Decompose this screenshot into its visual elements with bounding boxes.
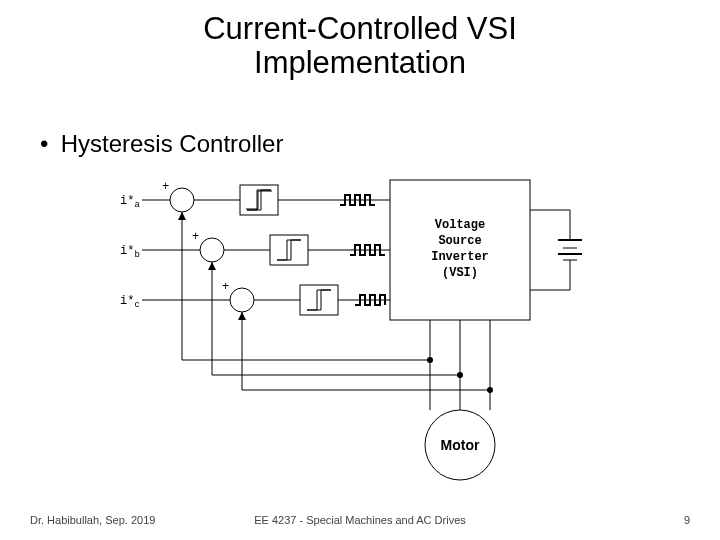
row-b: i*b + xyxy=(120,230,390,265)
diagram: i*a + i*b + xyxy=(100,160,660,500)
svg-marker-21 xyxy=(208,262,216,270)
motor-label: Motor xyxy=(441,437,480,453)
battery-icon xyxy=(530,210,582,290)
row-c: i*c + xyxy=(120,280,390,315)
input-c-label: i*c xyxy=(120,294,140,310)
summer-b-icon xyxy=(200,238,224,262)
slide: Current-Controlled VSI Implementation • … xyxy=(0,0,720,540)
bullet: • Hysteresis Controller xyxy=(40,130,283,158)
plus-c: + xyxy=(222,280,229,294)
title-line2: Implementation xyxy=(254,45,466,80)
vsi-label-4: (VSI) xyxy=(442,266,478,280)
svg-marker-22 xyxy=(238,312,246,320)
svg-marker-20 xyxy=(178,212,186,220)
footer-center: EE 4237 - Special Machines and AC Drives xyxy=(0,514,720,526)
bullet-text: Hysteresis Controller xyxy=(61,130,284,157)
vsi-label-2: Source xyxy=(438,234,481,248)
page-title: Current-Controlled VSI Implementation xyxy=(0,12,720,80)
vsi-label-3: Inverter xyxy=(431,250,489,264)
summer-c-icon xyxy=(230,288,254,312)
input-b-label: i*b xyxy=(120,244,140,260)
title-line1: Current-Controlled VSI xyxy=(203,11,517,46)
pulse-c-icon xyxy=(355,295,385,305)
summer-a-icon xyxy=(170,188,194,212)
bullet-dot: • xyxy=(40,130,54,158)
vsi-label-1: Voltage xyxy=(435,218,485,232)
plus-b: + xyxy=(192,230,199,244)
row-a: i*a + xyxy=(120,180,390,215)
input-a-label: i*a xyxy=(120,194,140,210)
footer-right: 9 xyxy=(684,514,690,526)
plus-a: + xyxy=(162,180,169,194)
